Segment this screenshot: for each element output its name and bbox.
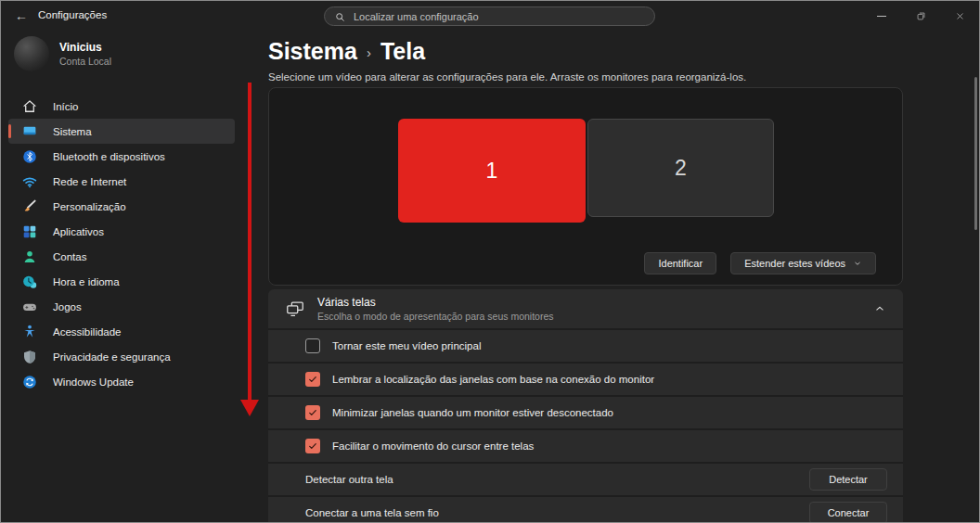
minimize-button[interactable] bbox=[862, 1, 901, 31]
monitor-2[interactable]: 2 bbox=[587, 119, 774, 217]
multiple-displays-card: Várias telas Escolha o modo de apresenta… bbox=[268, 289, 903, 523]
personalization-icon bbox=[21, 198, 38, 215]
display-mode-dropdown[interactable]: Estender estes vídeos bbox=[730, 252, 876, 274]
sidebar-item-label: Acessibilidade bbox=[53, 326, 122, 338]
page-title: Tela bbox=[380, 38, 425, 65]
detect-row: Detectar outra telaDetectar bbox=[268, 462, 903, 495]
sidebar-item-aplicativos[interactable]: Aplicativos bbox=[8, 219, 235, 244]
apps-icon bbox=[21, 223, 38, 240]
sidebar-item-personalizacao[interactable]: Personalização bbox=[8, 194, 235, 219]
sidebar-item-jogos[interactable]: Jogos bbox=[8, 294, 235, 319]
checkbox-checked[interactable] bbox=[305, 372, 320, 387]
sidebar-item-acessibilidade[interactable]: Acessibilidade bbox=[8, 319, 235, 344]
titlebar: ← Configurações bbox=[1, 1, 979, 31]
checkbox-label: Minimizar janelas quando um monitor esti… bbox=[332, 407, 613, 418]
close-icon bbox=[955, 11, 965, 21]
breadcrumb-parent[interactable]: Sistema bbox=[268, 38, 357, 65]
sidebar-item-contas[interactable]: Contas bbox=[8, 244, 235, 269]
minimize-icon bbox=[877, 16, 886, 17]
sidebar-item-privacidade[interactable]: Privacidade e segurança bbox=[8, 344, 235, 369]
breadcrumb-separator-icon: › bbox=[367, 45, 371, 60]
sidebar-item-label: Bluetooth e dispositivos bbox=[53, 151, 165, 162]
accessibility-icon bbox=[21, 324, 38, 340]
window-title: Configurações bbox=[38, 9, 107, 20]
maximize-button[interactable] bbox=[901, 1, 940, 31]
multi-display-icon bbox=[285, 299, 305, 319]
sidebar-item-hora-idioma[interactable]: Hora e idioma bbox=[8, 269, 235, 294]
sidebar-item-label: Hora e idioma bbox=[53, 276, 120, 287]
gaming-icon bbox=[21, 299, 38, 315]
sidebar-item-bluetooth[interactable]: Bluetooth e dispositivos bbox=[8, 144, 235, 169]
user-account-type: Conta Local bbox=[59, 56, 111, 67]
back-button[interactable]: ← bbox=[10, 6, 32, 26]
search-box[interactable] bbox=[324, 6, 655, 26]
checkbox-row: Minimizar janelas quando um monitor esti… bbox=[268, 395, 903, 428]
sidebar-item-label: Início bbox=[53, 101, 79, 112]
monitor-1[interactable]: 1 bbox=[398, 119, 586, 223]
checkbox-row: Lembrar a localização das janelas com ba… bbox=[268, 362, 903, 395]
time-language-icon bbox=[21, 274, 38, 290]
identify-button[interactable]: Identificar bbox=[644, 252, 716, 274]
bluetooth-icon bbox=[21, 148, 38, 165]
sidebar-item-sistema[interactable]: Sistema bbox=[8, 119, 235, 144]
sidebar-nav: InícioSistemaBluetooth e dispositivosRed… bbox=[1, 94, 240, 394]
network-icon bbox=[21, 173, 38, 190]
settings-window: ← Configurações Vinicius Conta Local Iní… bbox=[0, 0, 980, 523]
windows-update-icon bbox=[21, 374, 38, 390]
sidebar-item-inicio[interactable]: Início bbox=[8, 94, 235, 119]
breadcrumb: Sistema › Tela bbox=[268, 38, 425, 65]
detect-button[interactable]: Detectar bbox=[809, 468, 887, 491]
checkbox-checked[interactable] bbox=[305, 405, 320, 420]
sidebar-item-label: Windows Update bbox=[53, 376, 134, 388]
connect-button[interactable]: Conectar bbox=[809, 502, 887, 523]
restore-icon bbox=[916, 11, 926, 21]
selected-indicator bbox=[8, 124, 11, 138]
user-name: Vinicius bbox=[59, 41, 111, 54]
page-description: Selecione um vídeo para alterar as confi… bbox=[268, 71, 746, 83]
sidebar-item-rede[interactable]: Rede e Internet bbox=[8, 169, 235, 194]
privacy-icon bbox=[21, 349, 38, 365]
search-icon bbox=[334, 10, 346, 22]
sidebar: Vinicius Conta Local InícioSistemaBlueto… bbox=[1, 31, 259, 522]
checkbox-label: Tornar este meu vídeo principal bbox=[332, 340, 481, 351]
avatar bbox=[14, 36, 49, 71]
checkbox-label: Facilitar o movimento do cursor entre te… bbox=[332, 440, 534, 452]
connect-label: Conectar a uma tela sem fio bbox=[305, 507, 439, 518]
checkbox-unchecked[interactable] bbox=[305, 338, 320, 353]
section-title: Várias telas bbox=[317, 296, 554, 309]
chevron-up-icon[interactable] bbox=[873, 302, 886, 315]
accounts-icon bbox=[21, 249, 38, 265]
connect-row: Conectar a uma tela sem fioConectar bbox=[268, 495, 903, 523]
sidebar-item-label: Contas bbox=[53, 251, 86, 262]
checkbox-row: Tornar este meu vídeo principal bbox=[268, 328, 903, 362]
display-arrangement-panel: 1 2 Identificar Estender estes vídeos bbox=[268, 87, 903, 286]
sidebar-item-label: Jogos bbox=[53, 301, 82, 313]
sidebar-item-label: Personalização bbox=[53, 201, 126, 212]
checkbox-row: Facilitar o movimento do cursor entre te… bbox=[268, 428, 903, 462]
sidebar-item-label: Sistema bbox=[53, 126, 92, 137]
sidebar-item-windows-update[interactable]: Windows Update bbox=[8, 369, 235, 394]
sidebar-item-label: Rede e Internet bbox=[53, 176, 126, 187]
window-controls bbox=[862, 1, 979, 31]
sidebar-item-label: Aplicativos bbox=[53, 226, 104, 237]
checkbox-checked[interactable] bbox=[305, 439, 320, 453]
scrollbar-thumb[interactable] bbox=[974, 77, 977, 230]
display-icon bbox=[21, 123, 38, 140]
sidebar-item-label: Privacidade e segurança bbox=[53, 351, 171, 363]
section-subtitle: Escolha o modo de apresentação para seus… bbox=[317, 311, 554, 322]
detect-label: Detectar outra tela bbox=[305, 474, 393, 485]
search-input[interactable] bbox=[354, 11, 645, 22]
multiple-displays-header[interactable]: Várias telas Escolha o modo de apresenta… bbox=[268, 289, 903, 328]
user-profile[interactable]: Vinicius Conta Local bbox=[14, 36, 111, 71]
home-icon bbox=[21, 98, 38, 115]
close-button[interactable] bbox=[940, 1, 979, 31]
chevron-down-icon bbox=[853, 259, 862, 268]
checkbox-label: Lembrar a localização das janelas com ba… bbox=[332, 374, 654, 385]
